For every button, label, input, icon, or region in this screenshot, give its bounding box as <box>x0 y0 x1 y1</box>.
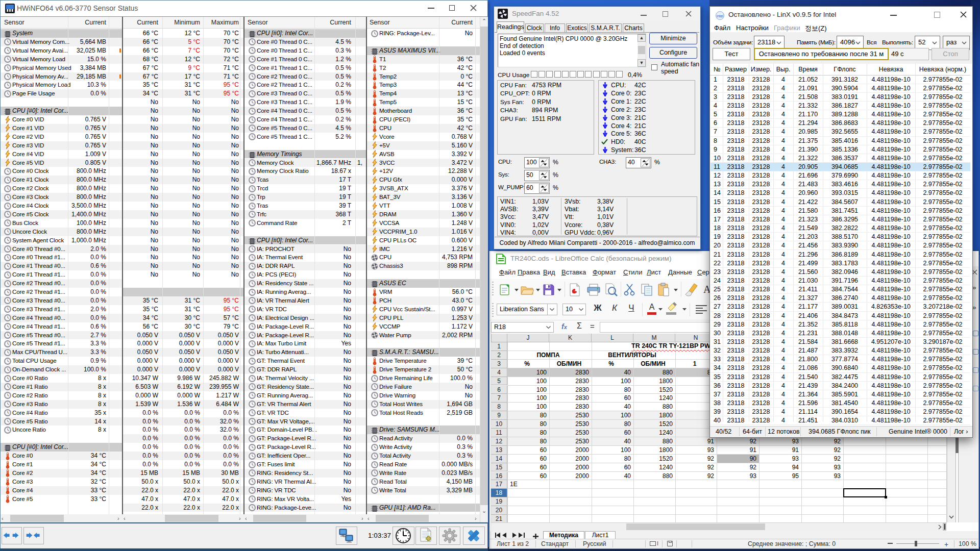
svg-text:intel: intel <box>717 14 723 18</box>
